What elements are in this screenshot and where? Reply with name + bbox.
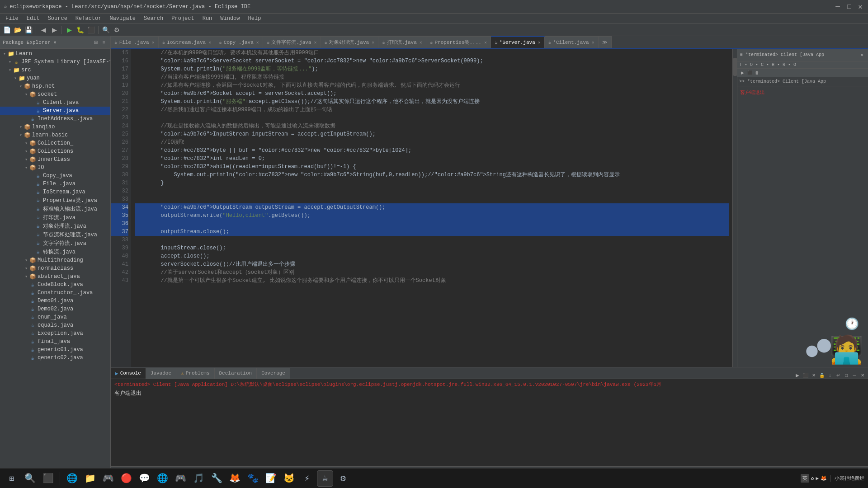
tree-item[interactable]: ▾📦Collections <box>0 147 110 155</box>
tree-item[interactable]: ☕Server.java <box>0 107 110 115</box>
tree-item[interactable]: ▾📦IO <box>0 164 110 172</box>
taskbar-explorer[interactable]: 📁 <box>82 470 98 487</box>
tree-item[interactable]: ▾📦Multithreading <box>0 256 110 264</box>
tree-item[interactable]: ▾📦abstract_java <box>0 272 110 281</box>
menu-source[interactable]: Source <box>44 14 71 23</box>
tree-item[interactable]: ☕Demo01.java <box>0 297 110 305</box>
toolbar-open[interactable]: 📂 <box>13 25 23 35</box>
tab-close-copy[interactable]: ✕ <box>256 40 259 45</box>
code-line[interactable]: //IO读取 <box>135 138 729 146</box>
code-line[interactable]: "color:#a9b7c6">Socket accept = serverSo… <box>135 89 729 98</box>
tray-icon-2[interactable]: ▶ <box>816 475 819 481</box>
code-line[interactable]: System.out.println("服务端在9999监听，等待链接...")… <box>135 65 729 73</box>
code-line[interactable]: "color:#cc7832">byte [] buf = "color:#cc… <box>135 146 729 155</box>
taskbar-taskview[interactable]: ⬛ <box>40 470 56 487</box>
code-line[interactable]: inputStream.close(); <box>135 244 729 252</box>
tree-item[interactable]: ☕enum_java <box>0 313 110 321</box>
tab-cilent-java[interactable]: ☕ *Cilent.java ✕ <box>545 36 599 48</box>
tree-item[interactable]: ☕打印流.java <box>0 213 110 222</box>
toolbar-new[interactable]: 📄 <box>2 25 12 35</box>
tree-item[interactable]: ▾📦InnerClass <box>0 155 110 164</box>
taskbar-word[interactable]: 📝 <box>263 470 279 487</box>
tree-item[interactable]: ☕文字字符流.java <box>0 239 110 248</box>
bottom-run-btn[interactable]: ▶ <box>794 371 801 379</box>
maximize-button[interactable]: □ <box>845 3 853 10</box>
taskbar-start[interactable]: ⊞ <box>4 470 20 487</box>
tree-item[interactable]: ▾☕JRE System Library [JavaSE-1.8] <box>0 58 110 66</box>
code-line[interactable] <box>135 114 729 122</box>
tree-item[interactable]: ☕equals.java <box>0 321 110 329</box>
clock-area[interactable]: 小裘拒绝摆烂 <box>830 475 864 482</box>
tab-objstream[interactable]: ☕ 对象处理流.java ✕ <box>321 36 379 48</box>
tab-properties[interactable]: ☕ Properties类.... ✕ <box>426 36 491 48</box>
toolbar-settings[interactable]: ⚙ <box>112 25 122 35</box>
tree-item[interactable]: ▾📦Collection_ <box>0 139 110 147</box>
rp-btn-stop[interactable]: ⬛ <box>746 70 753 76</box>
taskbar-edge[interactable]: 🌐 <box>64 470 80 487</box>
tab-close-prop[interactable]: ✕ <box>484 40 487 45</box>
menu-edit[interactable]: Edit <box>23 14 43 23</box>
vertical-scrollbar[interactable] <box>732 49 737 367</box>
tree-item[interactable]: ▾📦hsp.net <box>0 82 110 90</box>
rp-btn-clear[interactable]: 🗑 <box>754 70 760 76</box>
tray-icon-3[interactable]: 🦊 <box>821 475 827 481</box>
pe-menu-btn[interactable]: ≡ <box>100 39 108 46</box>
code-line[interactable]: System.out.println("服务端"+accept.getClass… <box>135 98 729 106</box>
taskbar-wechat[interactable]: 💬 <box>136 470 152 487</box>
tree-item[interactable]: ☕Constructor_.java <box>0 289 110 297</box>
tree-item[interactable]: ☕转换流.java <box>0 248 110 256</box>
code-line[interactable] <box>135 195 729 203</box>
bottom-tab-coverage[interactable]: Coverage <box>257 368 290 379</box>
tree-item[interactable]: ☕Copy_java <box>0 172 110 180</box>
tree-item[interactable]: ▾📦lanqiao <box>0 123 110 131</box>
tree-item[interactable]: ▾📦socket <box>0 90 110 99</box>
tab-close-icon[interactable]: ✕ <box>152 40 155 45</box>
code-line[interactable]: //然后我们通过客户端连接本机9999端口，成功的输出了上面那一句话 <box>135 106 729 114</box>
tree-item[interactable]: ☕对象处理流.java <box>0 222 110 230</box>
minimize-button[interactable]: ─ <box>834 3 842 11</box>
scrollbar-thumb[interactable] <box>733 58 737 76</box>
toolbar-stop[interactable]: ⬛ <box>86 25 96 35</box>
tab-copy-java[interactable]: ☕ Copy_.java ✕ <box>215 36 263 48</box>
right-panel-close[interactable]: ✕ <box>859 52 865 58</box>
code-line[interactable]: outputStream.close(); <box>135 228 729 236</box>
code-line[interactable]: //关于serverSocket和accept（socket对象）区别 <box>135 268 729 277</box>
code-editor[interactable]: 1516171819202122232425262728293031323334… <box>111 49 737 367</box>
code-line[interactable] <box>135 220 729 228</box>
tab-close-server[interactable]: ✕ <box>538 40 541 45</box>
menu-refactor[interactable]: Refactor <box>72 14 105 23</box>
code-line[interactable]: "color:#a9b7c6">OutputStream outputStrea… <box>135 203 729 211</box>
tree-item[interactable]: ☕IoStream.java <box>0 188 110 196</box>
menu-search[interactable]: Search <box>140 14 167 23</box>
taskbar-antivirus[interactable]: 🔴 <box>118 470 134 487</box>
ime-indicator[interactable]: 英 <box>801 474 809 483</box>
tree-item[interactable]: ☕File_.java <box>0 180 110 188</box>
code-line[interactable]: outputStream.write("Hello,client".getByt… <box>135 211 729 220</box>
bottom-word-wrap-btn[interactable]: ↵ <box>835 371 842 379</box>
taskbar-fire[interactable]: ⚡ <box>299 470 315 487</box>
code-line[interactable] <box>135 187 729 195</box>
menu-window[interactable]: Window <box>217 14 243 23</box>
bottom-close-console-btn[interactable]: ✕ <box>859 371 866 379</box>
code-line[interactable] <box>135 236 729 244</box>
tree-item[interactable]: ☕Exception.java <box>0 329 110 338</box>
tree-item[interactable]: ▾📦learn.basic <box>0 131 110 139</box>
code-line[interactable]: } <box>135 179 729 187</box>
tab-close-print[interactable]: ✕ <box>420 40 422 45</box>
taskbar-settings[interactable]: ⚙ <box>335 470 351 487</box>
rp-btn-1[interactable]: ▶ <box>739 70 745 76</box>
tree-item[interactable]: ▾📁Learn <box>0 50 110 58</box>
tree-item[interactable]: ☕InetAddress_.java <box>0 115 110 123</box>
tree-item[interactable]: ▾📁src <box>0 66 110 74</box>
taskbar-fox[interactable]: 🦊 <box>226 470 243 487</box>
taskbar-steam[interactable]: 🎮 <box>172 470 189 487</box>
tree-item[interactable]: ☕Cilent.java <box>0 99 110 107</box>
code-line[interactable]: serverSocket.close();//比用户端退出多一个步骤 <box>135 260 729 268</box>
tree-item[interactable]: ☕CodeBlock.java <box>0 281 110 289</box>
code-line[interactable]: //就是第一个可以产生很多个Socket建立, 比如说你这个服务端要和多个用户端… <box>135 277 729 285</box>
code-line[interactable]: accept.close(); <box>135 252 729 260</box>
tab-close-obj[interactable]: ✕ <box>372 40 374 45</box>
toolbar-forward[interactable]: ▶ <box>49 25 59 35</box>
taskbar-search[interactable]: 🔍 <box>22 470 38 487</box>
code-line[interactable]: //如果有客户端连接，会返回一个Socket对象, 下面可以直接去看客户端的代码… <box>135 81 729 89</box>
